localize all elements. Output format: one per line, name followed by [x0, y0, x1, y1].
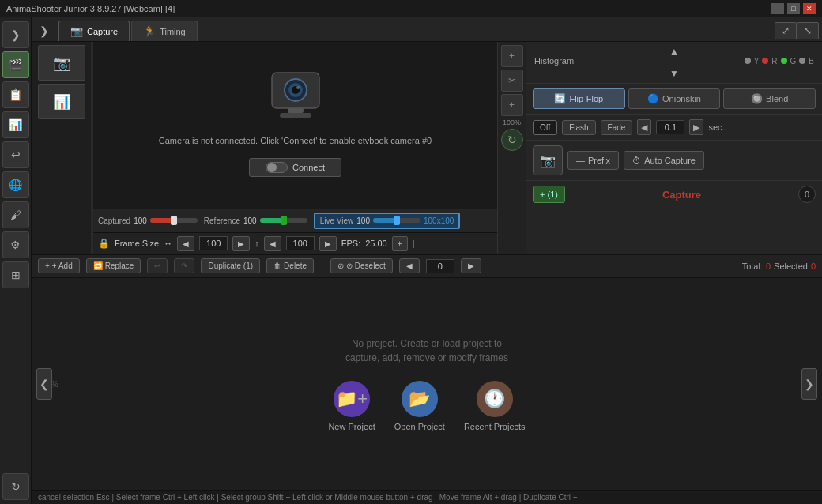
deselect-button[interactable]: ⊘ ⊘ Deselect [330, 258, 393, 273]
strip-plus2-btn[interactable]: + [501, 94, 523, 116]
sec-label: sec. [708, 122, 724, 132]
titlebar: AnimaShooter Junior 3.8.9.27 [Webcam] [4… [0, 0, 822, 17]
add-capture-button[interactable]: + (1) [533, 186, 565, 203]
close-button[interactable]: ✕ [803, 3, 816, 14]
prefix-button[interactable]: — Prefix [567, 151, 619, 170]
camera-icon-btn[interactable]: 📷 [533, 145, 563, 175]
hist-dot-g [781, 58, 787, 64]
replace-button[interactable]: 🔁 Replace [86, 258, 141, 273]
sidebar-histogram-btn[interactable]: 📊 [2, 111, 29, 138]
sidebar-export-btn[interactable]: ↩ [2, 141, 29, 168]
captured-thumb [171, 216, 177, 225]
status-text: cancel selection Esc | Select frame Ctrl… [38, 493, 578, 502]
strip-scissors-btn[interactable]: ✂ [501, 70, 523, 92]
sidebar-grid-btn[interactable]: ⊞ [2, 261, 29, 288]
frame-h-next-btn[interactable]: ▶ [319, 236, 337, 251]
new-project-button[interactable]: 📁+ New Project [328, 381, 375, 431]
new-project-icon: 📁+ [334, 381, 370, 417]
connect-button[interactable]: Connect [249, 158, 341, 177]
fps-add-btn[interactable]: + [392, 236, 408, 251]
strip-add-btn[interactable]: + [501, 45, 523, 67]
frame-size-label: Frame Size [115, 239, 159, 248]
total-label: Total: [742, 261, 763, 271]
off-button[interactable]: Off [533, 120, 557, 135]
add-label: + Add [52, 261, 73, 270]
minimize-button[interactable]: ─ [771, 3, 784, 14]
captured-slider[interactable] [150, 218, 198, 223]
settings-next-btn[interactable]: ▶ [689, 119, 703, 135]
mode-tab-onionskin[interactable]: 🔵 Onionskin [628, 88, 721, 109]
sidebar-expand-btn[interactable]: ❯ [2, 21, 29, 48]
lock-icon: 🔒 [98, 238, 110, 249]
sidebar-capture-btn[interactable]: 🎬 [2, 51, 29, 78]
maximize-button[interactable]: □ [787, 3, 800, 14]
strip-refresh-btn[interactable]: ↻ [501, 129, 523, 151]
sidebar-layers-btn[interactable]: 📋 [2, 81, 29, 108]
frame-w-next-btn[interactable]: ▶ [232, 236, 250, 251]
tab-capture[interactable]: 📷 Capture [58, 21, 130, 41]
fade-button[interactable]: Fade [601, 120, 633, 135]
left-sidebar: ❯ 🎬 📋 📊 ↩ 🌐 🖌 ⚙ ⊞ ↻ [0, 17, 32, 504]
prev-frame-button[interactable]: ◀ [399, 258, 420, 273]
autocapture-label: Auto Capture [644, 156, 696, 165]
undo-button[interactable]: ↩ [147, 258, 168, 273]
autocapture-button[interactable]: ⏱ Auto Capture [624, 151, 704, 170]
onionskin-label: Onionskin [662, 94, 701, 103]
mode-tab-blend[interactable]: 🔘 Blend [723, 88, 816, 109]
live-view-slider[interactable] [373, 218, 420, 223]
sidebar-paint-btn[interactable]: 🖌 [2, 201, 29, 228]
new-project-label: New Project [328, 422, 375, 431]
divider1: | [413, 239, 415, 248]
capture-label: Capture [570, 189, 794, 201]
live-view-box: Live View 100 100x100 [314, 213, 461, 229]
sidebar-refresh-btn[interactable]: ↻ [2, 473, 29, 500]
histogram-header: Histogram Y R G B [534, 56, 814, 66]
settings-prev-btn[interactable]: ◀ [637, 119, 651, 135]
arrow-down[interactable]: ▼ [669, 69, 679, 78]
live-view-value: 100 [356, 216, 370, 225]
flash-button[interactable]: Flash [562, 120, 595, 135]
sidebar-planet-btn[interactable]: 🌐 [2, 171, 29, 198]
deselect-icon: ⊘ [337, 261, 344, 270]
camera-view: Camera is not connected. Click 'Connect'… [93, 42, 497, 209]
redo-button[interactable]: ↷ [174, 258, 194, 273]
canvas-nav-left[interactable]: ❮ [36, 368, 52, 400]
recent-projects-button[interactable]: 🕐 Recent Projects [464, 381, 526, 431]
tab-timing[interactable]: 🏃 Timing [131, 21, 198, 41]
sidebar-settings-btn[interactable]: ⚙ [2, 231, 29, 258]
arrow-up[interactable]: ▲ [669, 47, 679, 56]
mode-tab-flipflop[interactable]: 🔄 Flip-Flop [533, 88, 625, 109]
svg-rect-6 [280, 113, 311, 118]
open-project-button[interactable]: 📂 Open Project [394, 381, 445, 431]
project-buttons: 📁+ New Project 📂 Open Project 🕐 Recent P… [328, 381, 525, 431]
tab-expand-button[interactable]: ❯ [35, 21, 54, 40]
next-frame-button[interactable]: ▶ [461, 258, 481, 273]
height-icon: ↕ [255, 239, 259, 248]
no-project-text: No project. Create or load project tocap… [345, 337, 508, 365]
capture-row: + (1) Capture 0 [526, 181, 822, 208]
delete-button[interactable]: 🗑 Delete [266, 258, 314, 273]
frame-h-prev-btn[interactable]: ◀ [264, 236, 281, 251]
right-panel: ▲ Histogram Y R G B [526, 42, 822, 254]
frame-width-input[interactable] [199, 236, 228, 250]
restore-button[interactable]: ⤡ [797, 22, 819, 39]
add-button[interactable]: + + Add [38, 258, 80, 273]
thumb-histogram[interactable]: 📊 [38, 84, 85, 119]
duplicate-button[interactable]: Duplicate (1) [201, 258, 260, 273]
fade-value-input[interactable] [656, 120, 684, 134]
fps-label: FPS: [341, 239, 360, 248]
thumb-camera[interactable]: 📷 [38, 45, 85, 81]
frame-w-prev-btn[interactable]: ◀ [177, 236, 194, 251]
frame-number-input[interactable] [426, 259, 454, 273]
open-project-label: Open Project [394, 422, 445, 431]
live-view-thumb [394, 216, 400, 225]
connect-btn-area: Connect [244, 153, 346, 182]
reference-slider[interactable] [260, 218, 307, 223]
frame-height-input[interactable] [286, 236, 315, 250]
open-project-icon: 📂 [402, 381, 438, 417]
onionskin-icon: 🔵 [647, 93, 659, 104]
histogram-area: ▲ Histogram Y R G B [526, 42, 822, 84]
canvas-nav-right[interactable]: ❯ [801, 368, 817, 400]
reference-value: 100 [243, 216, 257, 225]
fullscreen-button[interactable]: ⤢ [775, 22, 797, 39]
